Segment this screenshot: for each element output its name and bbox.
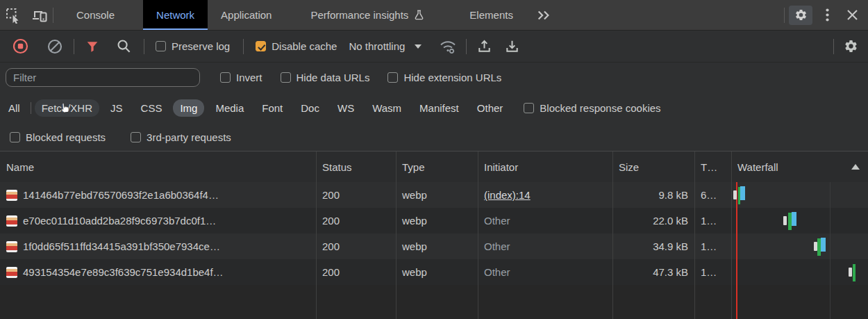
filter-chip-manifest[interactable]: Manifest <box>412 99 466 117</box>
filter-chip-other[interactable]: Other <box>470 99 510 117</box>
column-header-type[interactable]: Type <box>396 161 478 173</box>
filter-chip-js[interactable]: JS <box>103 99 130 117</box>
table-row[interactable]: e70ec011d10add2ba28f9c6973b7dc0f1… 200 w… <box>0 208 868 234</box>
table-header-row: Name Status Type Initiator Size T… Water… <box>0 152 868 182</box>
request-size: 9.8 kB <box>612 189 694 201</box>
tab-elements[interactable]: Elements <box>456 0 526 30</box>
request-name: 493154354e7e89c3f639c751e934d1be4f… <box>23 266 224 278</box>
record-icon <box>12 38 29 55</box>
request-time: 1… <box>694 240 731 252</box>
disable-cache-checkbox[interactable]: Disable cache <box>256 40 337 52</box>
device-toolbar-button[interactable] <box>26 0 53 30</box>
import-har-button[interactable] <box>476 38 492 54</box>
request-size: 22.0 kB <box>612 215 694 227</box>
waterfall-queue-bar <box>849 268 852 277</box>
flask-icon <box>413 9 425 22</box>
table-row[interactable]: 141464b77ebd76570693f2e1a6b0364f4… 200 w… <box>0 182 868 208</box>
request-thumbnail <box>6 241 17 252</box>
column-header-size[interactable]: Size <box>612 161 694 173</box>
filter-chip-ws[interactable]: WS <box>331 99 361 117</box>
waterfall-gridline <box>830 182 831 319</box>
close-devtools-button[interactable] <box>842 6 862 25</box>
column-separator[interactable] <box>694 152 695 319</box>
more-filters-bar: Blocked requests 3rd-party requests <box>0 123 868 152</box>
checkbox-unchecked-icon <box>524 103 534 113</box>
more-tabs-button[interactable] <box>526 0 561 30</box>
requests-table: Name Status Type Initiator Size T… Water… <box>0 152 868 319</box>
chevron-down-icon <box>415 44 422 49</box>
waterfall-waiting-bar <box>853 264 856 281</box>
inspect-element-button[interactable] <box>0 0 26 30</box>
request-name: 141464b77ebd76570693f2e1a6b0364f4… <box>23 189 219 201</box>
device-toolbar-icon <box>31 7 48 24</box>
column-header-status[interactable]: Status <box>316 161 396 173</box>
chips-separator <box>31 102 31 114</box>
export-har-button[interactable] <box>504 38 520 54</box>
column-separator[interactable] <box>478 152 478 319</box>
search-button[interactable] <box>116 38 132 54</box>
gear-icon <box>844 39 858 54</box>
network-toolbar: Preserve log Disable cache No throttling <box>0 31 868 63</box>
request-status: 200 <box>316 215 396 227</box>
filter-chip-media[interactable]: Media <box>208 99 251 117</box>
column-separator[interactable] <box>731 152 732 319</box>
tab-performance-insights[interactable]: Performance insights <box>297 0 438 30</box>
column-separator[interactable] <box>316 152 317 319</box>
blocked-response-cookies-checkbox[interactable]: Blocked response cookies <box>524 102 660 114</box>
tab-application[interactable]: Application <box>208 0 285 30</box>
table-row[interactable]: 1f0dd65f511ffd34415a391bf350e7934ce… 200… <box>0 234 868 259</box>
settings-button[interactable] <box>789 6 812 25</box>
checkbox-unchecked-icon <box>387 72 398 83</box>
filter-input[interactable] <box>6 68 200 87</box>
waterfall-download-bar <box>792 212 796 226</box>
request-type-filter-bar: All Fetch/XHR JS CSS Img Media Font Doc … <box>0 92 868 123</box>
request-type: webp <box>396 215 478 227</box>
toolbar-separator-4 <box>466 39 467 54</box>
request-type: webp <box>396 189 478 201</box>
clear-button[interactable] <box>47 38 63 55</box>
tab-network[interactable]: Network <box>143 0 208 30</box>
request-waterfall <box>731 182 868 208</box>
waterfall-download-bar <box>740 186 745 200</box>
column-header-name[interactable]: Name <box>0 161 316 173</box>
waterfall-queue-bar <box>783 216 787 225</box>
checkbox-unchecked-icon <box>131 132 141 142</box>
toolbar-separator-3 <box>243 39 244 54</box>
filter-chip-img[interactable]: Img <box>173 99 204 117</box>
filter-toggle-button[interactable] <box>85 39 100 54</box>
filter-chip-all[interactable]: All <box>1 99 27 117</box>
load-event-line <box>736 182 737 319</box>
upload-icon <box>476 38 492 54</box>
column-header-waterfall[interactable]: Waterfall <box>731 161 868 173</box>
kebab-menu-button[interactable] <box>817 6 837 25</box>
checkbox-unchecked-icon <box>156 41 166 51</box>
tab-console[interactable]: Console <box>63 0 128 30</box>
hide-data-urls-checkbox[interactable]: Hide data URLs <box>281 72 370 83</box>
third-party-requests-checkbox[interactable]: 3rd-party requests <box>131 131 231 143</box>
request-initiator: Other <box>484 215 510 227</box>
table-row[interactable]: 493154354e7e89c3f639c751e934d1be4f… 200 … <box>0 259 868 285</box>
throttling-select[interactable]: No throttling <box>349 40 422 52</box>
hide-extension-urls-checkbox[interactable]: Hide extension URLs <box>387 72 501 83</box>
network-settings-button[interactable] <box>844 39 858 54</box>
filter-chip-wasm[interactable]: Wasm <box>365 99 408 117</box>
request-status: 200 <box>316 266 396 278</box>
filter-chip-css[interactable]: CSS <box>134 99 169 117</box>
column-separator[interactable] <box>612 152 613 319</box>
checkbox-unchecked-icon <box>220 72 231 83</box>
blocked-requests-checkbox[interactable]: Blocked requests <box>10 131 106 143</box>
funnel-icon <box>85 39 100 54</box>
invert-checkbox[interactable]: Invert <box>220 72 262 83</box>
record-button[interactable] <box>12 38 29 55</box>
request-size: 34.9 kB <box>612 240 694 252</box>
checkbox-checked-icon <box>256 41 266 51</box>
request-initiator-link[interactable]: (index):14 <box>484 189 531 201</box>
network-conditions-button[interactable] <box>439 39 457 54</box>
filter-chip-font[interactable]: Font <box>255 99 290 117</box>
request-time: 1… <box>694 266 731 278</box>
column-header-initiator[interactable]: Initiator <box>478 161 612 173</box>
preserve-log-checkbox[interactable]: Preserve log <box>156 40 230 52</box>
column-header-time[interactable]: T… <box>694 161 731 173</box>
filter-chip-doc[interactable]: Doc <box>294 99 326 117</box>
column-separator[interactable] <box>396 152 397 319</box>
